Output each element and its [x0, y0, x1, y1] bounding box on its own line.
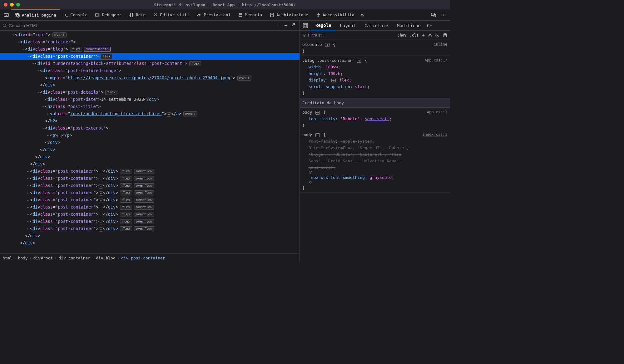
- dom-node[interactable]: ▾<div class="blog">flexscorrimento: [0, 46, 300, 53]
- tab-storage[interactable]: Archiviazione: [266, 9, 312, 20]
- dom-tree[interactable]: ▾<div id="root">event▾<div class="contai…: [0, 31, 300, 253]
- href-link[interactable]: /post/understanding-block-attributes: [70, 110, 162, 117]
- expand-icon[interactable]: ▾: [36, 67, 40, 74]
- badge-overflow[interactable]: overflow: [134, 198, 154, 203]
- styles-tab-calcolate[interactable]: Calcolate: [360, 21, 393, 30]
- expand-icon[interactable]: ▸: [46, 132, 50, 139]
- badge-flex[interactable]: flex: [189, 61, 201, 66]
- iframe-picker-button[interactable]: [1, 9, 11, 20]
- css-rule[interactable]: .blog .post-container {App.css:17width: …: [300, 56, 450, 98]
- ellipsis-icon[interactable]: ⋯: [99, 170, 103, 174]
- source-link[interactable]: App.css:1: [427, 109, 447, 116]
- grid-highlight-icon[interactable]: [315, 111, 320, 115]
- dom-node[interactable]: ▾<div class="post-featured-image">: [0, 67, 300, 74]
- kebab-menu-button[interactable]: [438, 9, 448, 20]
- tab-debugger[interactable]: Debugger: [91, 9, 125, 20]
- badge-scorrimento[interactable]: scorrimento: [84, 47, 111, 52]
- dom-node[interactable]: ▸<div class="post-container">⋯</div>flex…: [0, 168, 300, 175]
- expand-icon[interactable]: ▾: [41, 103, 45, 110]
- css-rule[interactable]: elemento {inline}: [300, 40, 450, 56]
- dom-node[interactable]: ▾<div class="container">: [0, 38, 300, 46]
- tabs-overflow-button[interactable]: »: [358, 9, 367, 20]
- dom-node[interactable]: </div>: [0, 139, 300, 146]
- badge-overflow[interactable]: overflow: [134, 169, 154, 174]
- dom-node[interactable]: </h2>: [0, 117, 300, 125]
- ellipsis-icon[interactable]: ⋯: [99, 213, 103, 217]
- expand-icon[interactable]: ▸: [26, 175, 30, 182]
- tab-a11y[interactable]: Accessibilità: [312, 9, 358, 20]
- declaration[interactable]: height: 100vh;: [302, 70, 447, 77]
- expand-icon[interactable]: ▾: [26, 53, 30, 60]
- expand-icon[interactable]: ▾: [41, 125, 45, 132]
- tab-memory[interactable]: Memoria: [234, 9, 266, 20]
- source-link[interactable]: inline: [434, 41, 447, 48]
- flexbox-icon[interactable]: [331, 79, 336, 82]
- dom-node[interactable]: <div class="post-date">14 settembre 2023…: [0, 96, 300, 103]
- badge-flex[interactable]: flex: [120, 169, 132, 174]
- declaration[interactable]: -moz-osx-font-smoothing: grayscale;: [302, 174, 447, 184]
- expand-icon[interactable]: ▸: [26, 225, 30, 232]
- expand-icon[interactable]: ▸: [26, 189, 30, 196]
- badge-overflow[interactable]: overflow: [134, 212, 154, 217]
- badge-flex[interactable]: flex: [105, 90, 117, 95]
- value-link[interactable]: sans-serif: [365, 116, 389, 121]
- selector[interactable]: elemento: [302, 42, 322, 47]
- grid-highlight-icon[interactable]: [315, 133, 320, 137]
- dom-node[interactable]: </div>: [0, 232, 300, 239]
- selector[interactable]: body: [302, 110, 312, 115]
- badge-event[interactable]: event: [237, 76, 251, 81]
- dom-node[interactable]: </div>: [0, 81, 300, 89]
- css-rule[interactable]: body {index.css:1font-family: -apple-sys…: [300, 130, 450, 193]
- styles-tabs-overflow[interactable]: C▾: [425, 21, 434, 30]
- breadcrumb-item[interactable]: div#root: [33, 256, 53, 260]
- dom-search-input[interactable]: [9, 23, 278, 28]
- styles-rules[interactable]: elemento {inline}.blog .post-container {…: [300, 40, 450, 262]
- styles-tab-modifiche[interactable]: Modifiche: [393, 21, 425, 30]
- badge-flex[interactable]: flex: [120, 226, 132, 231]
- ellipsis-icon[interactable]: ⋯: [99, 184, 103, 189]
- dom-node[interactable]: ▸<div class="post-container">⋯</div>flex…: [0, 175, 300, 182]
- dom-node[interactable]: ▸<div class="post-container">⋯</div>flex…: [0, 225, 300, 232]
- tab-network[interactable]: Rete: [125, 9, 149, 20]
- badge-flex[interactable]: flex: [120, 212, 132, 217]
- dom-node[interactable]: </div>: [0, 160, 300, 168]
- badge-flex[interactable]: flex: [120, 190, 132, 195]
- declaration[interactable]: 'Oxygen', 'Ubuntu', 'Cantarell', 'Fira: [302, 151, 447, 158]
- badge-overflow[interactable]: overflow: [134, 176, 154, 181]
- grid-highlight-icon[interactable]: [357, 59, 361, 63]
- declaration[interactable]: font-family: -apple-system,: [302, 138, 447, 145]
- close-window-button[interactable]: [4, 3, 7, 7]
- badge-flex[interactable]: flex: [70, 47, 82, 52]
- badge-flex[interactable]: flex: [120, 183, 132, 188]
- badge-overflow[interactable]: overflow: [134, 205, 154, 210]
- add-rule-button[interactable]: +: [422, 32, 425, 38]
- maximize-window-button[interactable]: [16, 3, 20, 7]
- badge-overflow[interactable]: overflow: [134, 183, 154, 188]
- selector[interactable]: .blog .post-container: [302, 58, 354, 63]
- light-scheme-icon[interactable]: [428, 33, 432, 37]
- computed-layout-icon[interactable]: [300, 21, 311, 30]
- declaration[interactable]: font-family: 'Roboto', sans-serif;: [302, 116, 447, 122]
- dom-node[interactable]: ▸<div class="post-container">⋯</div>flex…: [0, 211, 300, 218]
- filter-icon[interactable]: [309, 171, 447, 174]
- breadcrumb-item[interactable]: html: [2, 256, 12, 260]
- expand-icon[interactable]: ▸: [26, 204, 30, 211]
- expand-icon[interactable]: ▸: [26, 218, 30, 225]
- expand-icon[interactable]: ▸: [26, 182, 30, 189]
- dom-node[interactable]: ▸<div class="post-container">⋯</div>flex…: [0, 218, 300, 225]
- declaration[interactable]: display: flex;: [302, 77, 447, 83]
- tab-console[interactable]: Console: [60, 9, 92, 20]
- dom-node[interactable]: </div>: [0, 153, 300, 160]
- dom-node[interactable]: ▾<div id="root">event: [0, 31, 300, 38]
- expand-icon[interactable]: ▾: [16, 38, 20, 46]
- dom-node[interactable]: <img src="https://images.pexels.com/phot…: [0, 74, 300, 81]
- badge-flex[interactable]: flex: [120, 205, 132, 210]
- expand-icon[interactable]: ▸: [26, 168, 30, 175]
- hint-icon[interactable]: [309, 181, 447, 184]
- expand-icon[interactable]: ▾: [36, 89, 40, 96]
- dom-node[interactable]: ▸<div class="post-container">⋯</div>flex…: [0, 182, 300, 189]
- ellipsis-icon[interactable]: ⋯: [57, 134, 62, 138]
- expand-icon[interactable]: ▾: [31, 60, 35, 67]
- breadcrumb-item[interactable]: body: [18, 256, 27, 260]
- ellipsis-icon[interactable]: ⋯: [99, 227, 103, 232]
